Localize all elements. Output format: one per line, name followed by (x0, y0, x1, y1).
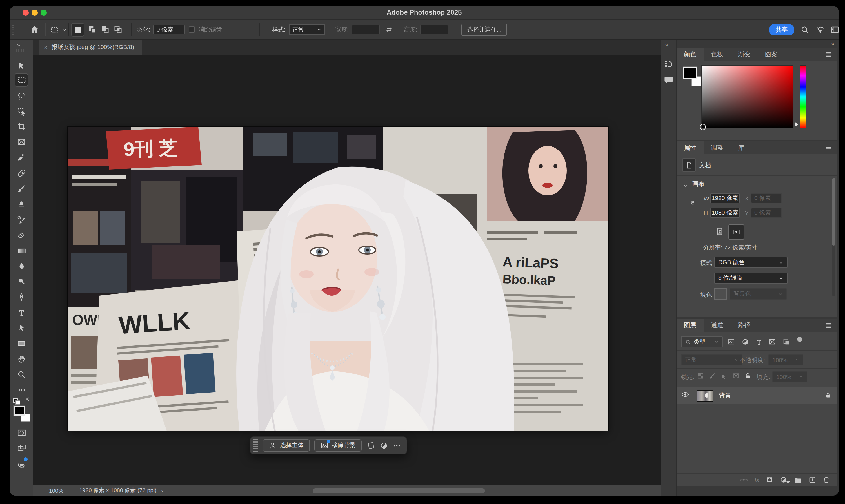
lock-position-icon[interactable] (721, 372, 728, 382)
screen-mode-button[interactable] (15, 442, 28, 454)
workspace-switcher[interactable] (830, 20, 839, 39)
layer-style-fx-icon[interactable]: fx (755, 476, 759, 483)
panel-menu-icon[interactable] (825, 51, 833, 61)
share-button[interactable]: 共享 (769, 24, 794, 35)
canvas-area[interactable]: OWH W 9刊 芝 (33, 55, 673, 485)
object-selection-tool[interactable] (15, 105, 28, 117)
comments-panel-icon[interactable] (664, 75, 674, 87)
tool-preset-marquee[interactable] (50, 20, 67, 39)
tab-gradients[interactable]: 渐变 (730, 48, 758, 61)
link-layers-icon[interactable] (740, 475, 749, 484)
filter-image-icon[interactable] (727, 338, 735, 348)
select-and-mask-button[interactable]: 选择并遮住... (461, 23, 507, 36)
height-input[interactable] (420, 25, 448, 34)
color-picker-field[interactable] (701, 65, 793, 128)
move-tool[interactable] (15, 58, 28, 71)
eyedropper-tool[interactable] (15, 151, 28, 164)
width-input[interactable] (352, 25, 380, 34)
anti-alias-checkbox[interactable] (189, 26, 195, 33)
hand-tool[interactable] (15, 353, 28, 365)
style-dropdown[interactable]: 正常 (289, 24, 325, 35)
tab-libraries[interactable]: 库 (730, 141, 752, 154)
new-selection-button[interactable] (72, 23, 84, 36)
add-layer-mask-icon[interactable] (765, 476, 773, 484)
transform-icon[interactable] (366, 441, 375, 450)
color-swatches[interactable] (683, 67, 703, 86)
horizontal-scrollbar-thumb[interactable] (313, 488, 485, 493)
properties-scrollbar[interactable] (832, 178, 835, 296)
edit-toolbar-more[interactable] (15, 383, 28, 396)
hue-slider-marker[interactable] (795, 122, 798, 127)
toolbar-expand-chevrons[interactable]: » (17, 42, 19, 48)
intersect-selection-button[interactable] (113, 25, 123, 34)
tab-channels[interactable]: 通道 (704, 319, 730, 332)
rectangle-tool[interactable] (15, 337, 28, 350)
brush-tool[interactable] (15, 182, 28, 195)
quick-mask-button[interactable] (15, 426, 28, 439)
adjustment-icon[interactable] (380, 441, 388, 450)
opacity-dropdown[interactable]: 100% (769, 354, 803, 365)
lock-all-icon[interactable] (744, 372, 752, 382)
lasso-tool[interactable] (15, 90, 28, 102)
lock-pixels-icon[interactable] (709, 372, 716, 382)
filter-smart-object-icon[interactable] (782, 338, 790, 348)
zoom-level-field[interactable]: 100% (49, 487, 64, 493)
frame-tool[interactable] (15, 136, 28, 148)
open-document-image[interactable]: OWH W 9刊 芝 (68, 127, 609, 431)
blur-tool[interactable] (15, 259, 28, 272)
tab-layers[interactable]: 图层 (676, 319, 704, 332)
properties-scrollbar-thumb[interactable] (832, 178, 835, 246)
bit-depth-dropdown[interactable]: 8 位/通道 (714, 273, 788, 284)
panel-menu-icon[interactable] (825, 144, 833, 154)
canvas-section-header[interactable]: 画布 (692, 180, 704, 188)
panel-menu-icon[interactable] (825, 322, 833, 332)
dock-collapse-chevrons[interactable]: » (831, 40, 834, 47)
add-to-selection-button[interactable] (87, 25, 97, 34)
delete-layer-icon[interactable] (823, 476, 830, 484)
type-tool[interactable] (15, 306, 28, 319)
layer-thumbnail[interactable] (697, 390, 713, 401)
tab-patterns[interactable]: 图案 (758, 48, 785, 61)
document-tab[interactable]: × 报纸女孩.jpeg @ 100%(RGB/8) (39, 40, 142, 55)
eraser-tool[interactable] (15, 229, 28, 241)
filter-shape-icon[interactable] (769, 338, 776, 348)
hue-slider[interactable] (800, 65, 806, 128)
color-mode-dropdown[interactable]: RGB 颜色 (714, 257, 788, 268)
rectangular-marquee-tool[interactable] (15, 74, 28, 86)
new-adjustment-layer-icon[interactable] (780, 476, 788, 484)
tab-paths[interactable]: 路径 (730, 319, 758, 332)
canvas-x-input[interactable]: 0 像素 (751, 193, 782, 203)
select-subject-button[interactable]: 选择主体 (263, 439, 310, 452)
link-dimensions-icon[interactable] (689, 199, 697, 209)
layer-fill-dropdown[interactable]: 100% (772, 371, 807, 382)
canvas-width-input[interactable]: 1920 像素 (710, 193, 740, 203)
history-brush-tool[interactable] (15, 213, 28, 226)
blend-mode-dropdown[interactable]: 正常 (681, 354, 742, 365)
canvas-y-input[interactable]: 0 像素 (751, 208, 782, 218)
dock-expand-chevrons[interactable]: « (665, 41, 668, 47)
new-group-icon[interactable] (794, 475, 802, 484)
orientation-portrait-button[interactable] (714, 225, 725, 238)
search-icon[interactable] (800, 20, 810, 39)
feather-input[interactable]: 0 像素 (153, 25, 185, 34)
clone-stamp-tool[interactable] (15, 198, 28, 210)
dodge-tool[interactable] (15, 275, 28, 288)
canvas-section-chevron-icon[interactable] (682, 181, 688, 191)
crop-tool[interactable] (15, 121, 28, 133)
status-chevron-icon[interactable]: › (161, 487, 163, 493)
canvas-fill-swatch[interactable] (714, 288, 727, 300)
taskbar-drag-handle[interactable] (253, 439, 258, 452)
lock-transparent-icon[interactable] (697, 372, 704, 382)
canvas-fill-dropdown[interactable]: 背景色 (729, 288, 787, 300)
layer-filter-type-dropdown[interactable]: 类型 (681, 336, 723, 347)
zoom-tool[interactable] (15, 368, 28, 381)
pen-tool[interactable] (15, 291, 28, 303)
foreground-background-swatches[interactable] (14, 406, 31, 422)
canvas-height-input[interactable]: 1080 像素 (710, 208, 740, 218)
more-options-icon[interactable] (393, 441, 401, 450)
layer-row-background[interactable]: 背景 (676, 388, 837, 404)
tab-properties[interactable]: 属性 (676, 141, 704, 154)
new-layer-icon[interactable] (808, 476, 816, 484)
tab-color[interactable]: 颜色 (676, 48, 704, 61)
subtract-from-selection-button[interactable] (100, 25, 110, 34)
